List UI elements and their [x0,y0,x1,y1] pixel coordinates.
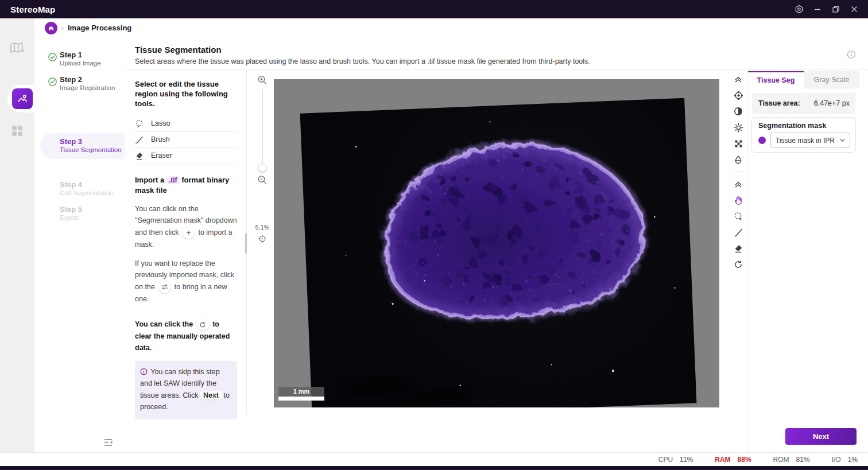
import-heading-prefix: Import a [135,176,164,184]
step-label: Step 5 [60,205,82,213]
info-icon[interactable] [847,50,856,59]
step-sublabel: Export [60,214,79,221]
tab-gray-scale[interactable]: Gray Scale [804,71,859,88]
right-panel: Tissue Seg Gray Scale Tissue area: 6.47e… [747,71,859,452]
step-label: Step 1 [60,51,82,59]
right-panel-tabs: Tissue Seg Gray Scale [748,71,859,88]
tool-eraser[interactable]: Eraser [135,148,237,164]
titlebar: StereoMap [0,0,868,18]
active-step-highlight [40,133,125,159]
step-sublabel: Upload Image [60,60,101,67]
microscopy-image [300,98,697,407]
home-button[interactable] [45,22,57,34]
window-bottom-edge [0,466,868,470]
tab-tissue-seg[interactable]: Tissue Seg [748,71,804,88]
status-bar: CPU 11% RAM 88% ROM 81% I/O 1% [0,452,868,466]
saturation-icon[interactable] [730,152,746,168]
tissue-area-box: Tissue area: 6.47e+7 px [752,93,855,114]
step-sublabel: Image Registration [60,84,115,91]
step-sublabel: Cell Segmentation [60,189,114,196]
sidebar-item-image-processing[interactable] [12,88,33,109]
import-instructions: You can click on the "Segmentation mask"… [135,203,237,250]
zoom-in-button[interactable] [258,75,268,85]
stat-value: 81% [796,456,810,464]
rom-stat: ROM 81% [773,456,810,464]
zoom-slider-handle[interactable] [258,164,267,172]
page-description: Select areas where the tissue was placed… [135,57,590,65]
left-sidebar [0,18,34,452]
stat-value: 11% [680,456,693,464]
eraser-icon [135,152,144,160]
sidebar-item-map[interactable] [0,34,34,62]
zoom-controls: 5.1% [252,72,273,255]
stat-label: RAM [715,456,730,464]
step-label: Step 2 [60,75,82,84]
contrast-icon[interactable] [730,103,746,119]
zoom-level: 5.1% [255,224,269,231]
brush-tool-icon[interactable] [730,224,746,240]
zoom-out-button[interactable] [258,175,268,185]
close-icon[interactable] [845,0,863,18]
collapse-adjustments-icon[interactable] [730,71,746,87]
sidebar-item-apps[interactable] [0,117,34,145]
steps-panel: Step 1 Upload Image Step 2 Image Registr… [34,37,125,452]
eraser-tool-icon[interactable] [730,240,746,257]
tissue-image [300,98,697,407]
refresh-icon [199,321,206,328]
ram-stat: RAM 88% [715,456,751,464]
step-label: Step 3 [60,137,82,146]
io-stat: I/O 1% [832,456,858,464]
lasso-icon [135,119,144,128]
image-viewport[interactable]: 1 mm [274,79,719,407]
tools-panel: Select or edit the tissue region using t… [125,71,247,415]
breadcrumb-chevron-icon: › [61,24,64,32]
mask-dropdown[interactable]: Tissue mask in IPR [770,133,850,148]
clear-data-button[interactable] [197,318,209,331]
pan-tool-icon-active[interactable] [730,192,746,208]
note-next-chip: Next [200,391,222,399]
stat-value: 1% [848,456,858,464]
lasso-add-tool-icon[interactable] [730,208,746,224]
tools-list: Lasso Brush Eraser [135,116,237,164]
para-text: You can click the [135,320,193,328]
zoom-slider-track[interactable] [262,89,263,167]
clear-instructions: You can click the to clear the manually … [135,318,237,354]
stat-label: ROM [773,456,789,464]
stat-value: 88% [738,456,751,464]
scale-bar-line [278,397,324,401]
tool-brush[interactable]: Brush [135,132,237,148]
next-button[interactable]: Next [785,428,857,445]
segmentation-mask-title: Segmentation mask [758,122,826,130]
image-icon [17,93,28,104]
fit-view-button[interactable] [258,234,267,243]
collapse-steps-panel-icon[interactable] [103,437,114,448]
settings-gear-icon[interactable] [790,0,808,18]
canvas-toolbar [730,71,746,273]
scale-bar-label: 1 mm [278,387,324,397]
reset-tool-icon[interactable] [730,257,746,273]
apps-grid-icon [11,125,24,137]
minimize-icon[interactable] [808,0,827,18]
tissue-area-label: Tissue area: [758,99,800,107]
collapse-tools-icon[interactable] [730,176,746,192]
tool-label: Eraser [151,152,172,160]
adjust-exposure-icon[interactable] [730,87,746,103]
step-label: Step 4 [60,180,82,189]
breadcrumb: › Image Processing [34,18,868,37]
add-mask-button[interactable]: + [183,227,195,239]
scale-bar: 1 mm [278,387,324,401]
plus-icon: + [187,227,191,239]
tools-panel-scrollbar[interactable] [245,233,247,254]
brightness-icon[interactable] [730,119,746,135]
tools-intro: Select or edit the tissue region using t… [135,80,237,109]
info-icon [140,368,148,375]
cpu-stat: CPU 11% [658,456,693,464]
app-title: StereoMap [10,5,56,14]
tool-lasso[interactable]: Lasso [135,116,237,132]
restore-icon[interactable] [827,0,845,18]
swap-mask-button[interactable] [158,281,170,293]
page-title: Tissue Segmentation [135,45,222,55]
checkerboard-icon[interactable] [730,135,746,152]
mask-color-swatch[interactable] [758,137,766,144]
tissue-area-value: 6.47e+7 px [814,99,850,107]
